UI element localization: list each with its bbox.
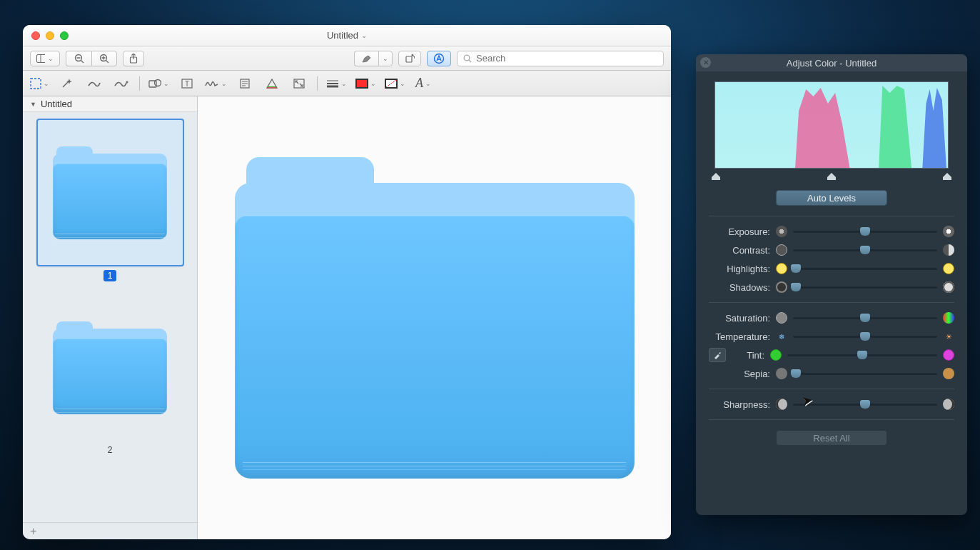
draw-button[interactable] [112, 75, 131, 92]
highlight-menu-button[interactable]: ⌄ [378, 51, 393, 66]
thumbnail-preview [37, 294, 183, 441]
shadows-slider[interactable] [793, 286, 937, 289]
aperture-closed-icon [776, 226, 787, 237]
temperature-label: Temperature: [709, 331, 770, 342]
eyedropper-button[interactable] [709, 348, 726, 362]
sharpness-slider[interactable] [793, 404, 937, 406]
saturation-row: Saturation: [696, 309, 967, 327]
highlight-button[interactable] [354, 51, 378, 66]
slider-thumb[interactable] [791, 264, 801, 273]
svg-line-3 [81, 60, 84, 63]
slider-thumb[interactable] [857, 351, 867, 359]
histogram [714, 81, 949, 169]
close-panel-button[interactable]: ✕ [700, 57, 711, 68]
slider-thumb[interactable] [791, 369, 801, 378]
contrast-high-icon [943, 244, 954, 256]
wand-icon [61, 78, 74, 89]
shapes-button[interactable]: ⌄ [148, 75, 169, 92]
thumbnail-sidebar: ▼ Untitled 1 [23, 96, 198, 539]
search-input[interactable] [476, 53, 657, 64]
add-page-button[interactable]: + [30, 525, 36, 538]
sketch-icon [88, 79, 101, 89]
sepia-slider[interactable] [793, 373, 937, 375]
selection-tool-button[interactable]: ⌄ [30, 75, 49, 92]
sepia-row: Sepia: [696, 364, 967, 383]
temperature-cold-icon: ❄ [776, 331, 787, 342]
shapes-icon [148, 79, 161, 89]
mid-point-handle[interactable] [827, 173, 836, 180]
exposure-slider[interactable] [793, 231, 937, 233]
slider-thumb[interactable] [860, 246, 870, 254]
markup-icon [433, 53, 445, 64]
chevron-down-icon: ⌄ [400, 80, 405, 87]
zoom-out-icon [74, 54, 84, 64]
sharpness-high-icon [943, 399, 954, 410]
shadows-high-icon [943, 281, 954, 293]
zoom-out-button[interactable] [66, 51, 91, 66]
svg-rect-15 [31, 79, 41, 89]
sketch-button[interactable] [85, 75, 103, 92]
main-area: ▼ Untitled 1 [23, 96, 671, 539]
adjust-color-button[interactable] [263, 75, 281, 92]
sign-button[interactable]: ⌄ [205, 75, 227, 92]
auto-levels-button[interactable]: Auto Levels [776, 190, 887, 206]
folder-icon [53, 321, 167, 414]
thumbnail-list: 1 2 [23, 112, 197, 522]
exposure-row: Exposure: [696, 222, 967, 241]
separator [139, 76, 140, 91]
highlights-low-icon [776, 263, 787, 274]
tint-green-icon [770, 349, 782, 361]
font-style-button[interactable]: A ⌄ [414, 75, 433, 92]
svg-line-6 [106, 60, 109, 63]
reset-all-button[interactable]: Reset All [776, 430, 887, 446]
saturation-slider[interactable] [793, 317, 937, 319]
sidebar-title: Untitled [41, 99, 72, 109]
divider [709, 389, 954, 389]
folder-icon [53, 146, 167, 239]
contrast-slider[interactable] [793, 249, 937, 251]
white-point-handle[interactable] [943, 173, 951, 180]
thumbnail-label: 1 [103, 270, 117, 281]
thumbnail-2[interactable]: 2 [37, 294, 183, 455]
instant-alpha-button[interactable] [58, 75, 76, 92]
tint-slider[interactable] [787, 354, 937, 356]
markup-toolbar: ⌄ ⌄ T ⌄ [23, 71, 671, 96]
share-button[interactable] [123, 51, 144, 66]
sidebar-icon [36, 54, 45, 63]
sidebar-view-button[interactable]: ⌄ [30, 51, 60, 66]
tint-row: Tint: [696, 346, 967, 364]
search-field[interactable] [457, 51, 664, 66]
thumbnail-1[interactable]: 1 [37, 119, 183, 281]
svg-line-31 [300, 84, 303, 86]
slider-thumb[interactable] [860, 400, 870, 409]
canvas[interactable] [198, 96, 671, 539]
slider-thumb[interactable] [860, 314, 870, 322]
slider-thumb[interactable] [860, 332, 870, 341]
text-button[interactable]: T [178, 75, 196, 92]
sidebar-header[interactable]: ▼ Untitled [23, 96, 197, 112]
fill-color-button[interactable]: ⌄ [385, 75, 405, 92]
highlights-slider[interactable] [793, 268, 937, 270]
note-button[interactable] [236, 75, 254, 92]
preview-window: Untitled ⌄ ⌄ ⌄ [23, 25, 671, 539]
slider-thumb[interactable] [860, 227, 870, 236]
adjust-size-button[interactable] [290, 75, 308, 92]
contrast-low-icon [776, 244, 787, 256]
black-point-handle[interactable] [712, 173, 720, 180]
folder-image [235, 157, 635, 479]
highlighter-icon [361, 54, 373, 64]
shadows-label: Shadows: [709, 282, 770, 293]
sepia-low-icon [776, 368, 787, 379]
border-color-button[interactable]: ⌄ [355, 75, 376, 92]
tint-label: Tint: [734, 350, 764, 361]
line-style-button[interactable]: ⌄ [326, 75, 347, 92]
zoom-in-button[interactable] [91, 51, 117, 66]
sidebar-footer: + [23, 522, 197, 539]
temperature-slider[interactable] [793, 336, 937, 338]
window-title[interactable]: Untitled ⌄ [23, 30, 671, 41]
histogram-handles [712, 173, 951, 180]
markup-toolbar-button[interactable] [427, 51, 451, 66]
aperture-open-icon [943, 226, 954, 237]
slider-thumb[interactable] [791, 283, 801, 291]
rotate-button[interactable] [398, 51, 421, 66]
